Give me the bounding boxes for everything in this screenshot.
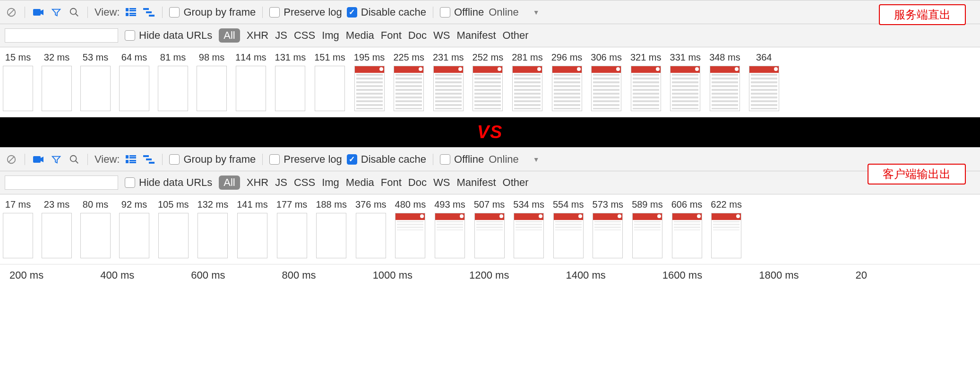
filmstrip-frame[interactable]: 554 ms <box>553 199 584 258</box>
filter-other[interactable]: Other <box>503 176 529 189</box>
ruler-tick: 1000 ms <box>373 269 413 281</box>
filmstrip-frame[interactable]: 114 ms <box>235 52 266 111</box>
frame-time-label: 554 ms <box>553 199 584 210</box>
preserve-log-checkbox[interactable]: Preserve log <box>269 6 342 18</box>
offline-checkbox[interactable]: Offline <box>440 6 484 18</box>
filmstrip-frame[interactable]: 15 ms <box>3 52 33 111</box>
filter-doc[interactable]: Doc <box>408 29 427 42</box>
filmstrip-frame[interactable]: 132 ms <box>198 199 229 258</box>
filmstrip-frame[interactable]: 252 ms <box>473 52 504 111</box>
filmstrip-frame[interactable]: 177 ms <box>276 199 308 258</box>
ruler-tick: 20 <box>856 269 867 281</box>
filmstrip-frame[interactable]: 364 <box>749 52 779 111</box>
filter-manifest[interactable]: Manifest <box>456 176 496 189</box>
filter-img[interactable]: Img <box>322 29 339 42</box>
group-by-frame-checkbox[interactable]: Group by frame <box>169 6 256 18</box>
filter-css[interactable]: CSS <box>294 176 315 189</box>
filter-other[interactable]: Other <box>503 29 529 42</box>
frame-time-label: 195 ms <box>354 52 385 63</box>
preserve-log-checkbox[interactable]: Preserve log <box>269 153 342 166</box>
filter-icon[interactable] <box>50 153 63 166</box>
large-rows-icon[interactable] <box>124 6 138 19</box>
camera-icon[interactable] <box>32 153 45 166</box>
group-by-frame-checkbox[interactable]: Group by frame <box>169 153 256 166</box>
filmstrip-frame[interactable]: 507 ms <box>474 199 505 258</box>
filmstrip-frame[interactable]: 376 ms <box>355 199 387 258</box>
filter-font[interactable]: Font <box>381 176 402 189</box>
large-rows-icon[interactable] <box>124 153 138 166</box>
disable-cache-checkbox[interactable]: Disable cache <box>347 6 426 18</box>
checkbox-icon <box>269 154 280 165</box>
filmstrip-frame[interactable]: 573 ms <box>593 199 624 258</box>
filmstrip-frame[interactable]: 188 ms <box>316 199 347 258</box>
filter-ws[interactable]: WS <box>433 176 450 189</box>
search-icon[interactable] <box>68 6 81 19</box>
filmstrip-frame[interactable]: 480 ms <box>395 199 426 258</box>
frame-time-label: 23 ms <box>44 199 69 210</box>
filter-ws[interactable]: WS <box>433 29 450 42</box>
filmstrip-frame[interactable]: 64 ms <box>119 52 149 111</box>
filmstrip-frame[interactable]: 151 ms <box>314 52 345 111</box>
search-icon[interactable] <box>68 153 81 166</box>
filmstrip-frame[interactable]: 92 ms <box>119 199 149 258</box>
filmstrip-frame[interactable]: 622 ms <box>711 199 742 258</box>
filmstrip-frame[interactable]: 331 ms <box>670 52 701 111</box>
svg-rect-5 <box>126 8 129 11</box>
filter-xhr[interactable]: XHR <box>247 29 268 42</box>
filter-js[interactable]: JS <box>275 29 287 42</box>
filmstrip-frame[interactable]: 589 ms <box>632 199 663 258</box>
filter-input[interactable] <box>5 176 118 190</box>
filmstrip-frame[interactable]: 231 ms <box>433 52 464 111</box>
hide-data-urls-checkbox[interactable]: Hide data URLs <box>125 29 212 42</box>
filmstrip-frame[interactable]: 493 ms <box>434 199 465 258</box>
filter-css[interactable]: CSS <box>294 29 315 42</box>
filmstrip-frame[interactable]: 606 ms <box>671 199 703 258</box>
filter-manifest[interactable]: Manifest <box>456 29 496 42</box>
frame-time-label: 17 ms <box>5 199 31 210</box>
filter-media[interactable]: Media <box>346 176 374 189</box>
filmstrip-frame[interactable]: 53 ms <box>80 52 111 111</box>
filmstrip-frame[interactable]: 225 ms <box>393 52 424 111</box>
filmstrip-frame[interactable]: 296 ms <box>551 52 583 111</box>
stop-record-icon[interactable] <box>5 6 18 19</box>
filmstrip-frame[interactable]: 80 ms <box>80 199 111 258</box>
filmstrip-frame[interactable]: 131 ms <box>275 52 306 111</box>
camera-icon[interactable] <box>32 6 45 19</box>
waterfall-icon[interactable] <box>142 6 155 19</box>
filter-media[interactable]: Media <box>346 29 374 42</box>
filmstrip-frame[interactable]: 281 ms <box>512 52 543 111</box>
filmstrip-frame[interactable]: 32 ms <box>42 52 72 111</box>
filmstrip-frame[interactable]: 17 ms <box>3 199 33 258</box>
disable-cache-checkbox[interactable]: Disable cache <box>347 153 426 166</box>
filter-input[interactable] <box>5 28 118 43</box>
preserve-log-label: Preserve log <box>284 6 342 18</box>
separator <box>433 7 433 18</box>
filmstrip-frame[interactable]: 23 ms <box>42 199 72 258</box>
filter-xhr[interactable]: XHR <box>247 176 268 189</box>
filmstrip-frame[interactable]: 321 ms <box>630 52 662 111</box>
filmstrip-frame[interactable]: 105 ms <box>158 199 189 258</box>
frame-time-label: 64 ms <box>121 52 147 63</box>
filmstrip-frame[interactable]: 306 ms <box>591 52 622 111</box>
filter-doc[interactable]: Doc <box>408 176 427 189</box>
throttling-select[interactable]: Online ▼ <box>489 6 539 18</box>
filmstrip-frame[interactable]: 348 ms <box>709 52 740 111</box>
hide-data-urls-checkbox[interactable]: Hide data URLs <box>125 176 212 189</box>
filmstrip-frame[interactable]: 195 ms <box>354 52 385 111</box>
filter-img[interactable]: Img <box>322 176 339 189</box>
offline-checkbox[interactable]: Offline <box>440 153 484 166</box>
filmstrip-frame[interactable]: 98 ms <box>197 52 227 111</box>
frame-thumbnail <box>473 66 503 111</box>
filter-js[interactable]: JS <box>275 176 287 189</box>
filter-icon[interactable] <box>50 6 63 19</box>
waterfall-icon[interactable] <box>142 153 155 166</box>
filmstrip-frame[interactable]: 81 ms <box>158 52 188 111</box>
filter-all[interactable]: All <box>219 176 240 190</box>
filter-all[interactable]: All <box>219 28 240 43</box>
stop-record-icon[interactable] <box>5 153 18 166</box>
filmstrip-frame[interactable]: 534 ms <box>513 199 544 258</box>
frame-thumbnail <box>354 66 385 111</box>
filter-font[interactable]: Font <box>381 29 402 42</box>
throttling-select[interactable]: Online ▼ <box>489 153 539 166</box>
filmstrip-frame[interactable]: 141 ms <box>237 199 268 258</box>
